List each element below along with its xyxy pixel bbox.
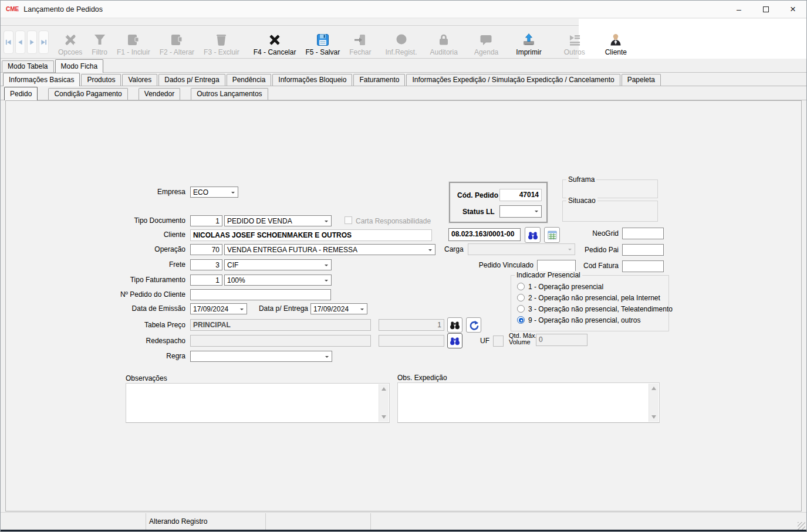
outros-label: Outros <box>564 48 585 56</box>
carta-responsabilidade-checkbox[interactable] <box>345 216 352 224</box>
tab-papeleta[interactable]: Papeleta <box>622 74 661 86</box>
tab-informacoes-basicas[interactable]: Informações Basicas <box>3 73 80 86</box>
regra-label: Regra <box>68 352 185 360</box>
tipo-faturamento-label: Tipo Faturamento <box>68 276 185 284</box>
obs-expedicao-label: Obs. Expedição <box>397 374 447 382</box>
operacao-value: VENDA ENTREGA FUTURA - REMESSA <box>227 246 357 254</box>
operacao-label: Operação <box>68 245 185 253</box>
status-ll-select[interactable] <box>499 205 542 218</box>
tabela-preco-refresh-button[interactable] <box>466 317 481 333</box>
radio-nao-presencial-teleatendimento-label: 3 - Operação não presencial, Teleatendim… <box>528 305 673 313</box>
tab-vendedor[interactable]: Vendedor <box>139 88 180 100</box>
opcoes-label: Opcoes <box>58 48 82 56</box>
tab-informacoes-expedicao[interactable]: Informações Expedição / Simulação Expedi… <box>406 74 620 86</box>
cliente-search-button[interactable] <box>525 227 541 243</box>
scroll-down-icon[interactable] <box>649 412 659 422</box>
obs-expedicao-value <box>400 384 647 421</box>
resize-grip[interactable] <box>798 522 805 530</box>
operacao-code-field[interactable]: 70 <box>190 244 222 255</box>
tipo-faturamento-code-field[interactable]: 1 <box>190 275 222 286</box>
cod-fatura-field[interactable] <box>622 260 664 272</box>
indicador-presencial-label: Indicador Presencial <box>515 271 582 279</box>
empresa-select[interactable]: ECO <box>190 187 238 198</box>
agenda-button[interactable]: Agenda <box>470 32 503 56</box>
first-record-button[interactable] <box>4 31 13 54</box>
f5-salvar-button[interactable]: F5 - Salvar <box>300 32 345 56</box>
regra-select[interactable] <box>190 351 332 362</box>
radio-nao-presencial-teleatendimento[interactable] <box>517 305 525 313</box>
tab-pedido[interactable]: Pedido <box>4 87 38 100</box>
spreadsheet-icon <box>546 229 558 241</box>
qtd-max-volume-label: Qtd. Máx. Volume <box>509 333 537 345</box>
data-entrega-picker[interactable]: 17/09/2024 <box>310 303 367 314</box>
f2-alterar-button[interactable]: F2 - Alterar <box>155 32 199 56</box>
price-table-button[interactable] <box>544 227 560 243</box>
maximize-icon <box>763 6 769 12</box>
opcoes-button[interactable]: Opcoes <box>53 32 87 56</box>
cliente-button[interactable]: Cliente <box>600 32 632 56</box>
titlebar: CME Lançamento de Pedidos – × <box>1 1 806 18</box>
auditoria-button[interactable]: Auditoria <box>426 32 462 56</box>
frete-select[interactable]: CIF <box>224 259 332 270</box>
radio-nao-presencial-outros[interactable] <box>517 316 525 324</box>
maximize-button[interactable] <box>752 1 779 18</box>
tab-modo-tabela[interactable]: Modo Tabela <box>2 60 54 72</box>
filtro-button[interactable]: Filtro <box>87 32 112 56</box>
pedido-pai-label: Pedido Pai <box>560 246 619 254</box>
status-bar-divider <box>265 513 266 530</box>
obs-expedicao-textarea[interactable] <box>397 382 660 423</box>
num-pedido-cliente-field[interactable] <box>190 289 331 300</box>
imprimir-button[interactable]: Imprimir <box>511 32 546 56</box>
tab-informacoes-bloqueio[interactable]: Informações Bloqueio <box>272 74 352 86</box>
indicador-presencial-groupbox: Indicador Presencial 1 - Operação presen… <box>511 275 669 331</box>
pedido-pai-field[interactable] <box>622 244 664 256</box>
observacoes-value <box>129 385 377 421</box>
situacao-groupbox: Situacao <box>562 201 658 222</box>
last-record-button[interactable] <box>39 31 49 54</box>
tipo-documento-select[interactable]: PEDIDO DE VENDA <box>224 215 332 226</box>
close-button[interactable]: × <box>779 1 806 18</box>
tipo-documento-code-field[interactable]: 1 <box>190 215 222 226</box>
pedido-vinculado-label: Pedido Vinculado <box>440 261 534 269</box>
neogrid-field[interactable] <box>622 228 664 239</box>
cliente-field[interactable]: NICOLAAS JOSEF SCHOENMAKER E OUTROS <box>190 229 432 241</box>
scroll-up-icon[interactable] <box>649 384 659 393</box>
redespacho-search-button[interactable] <box>447 333 462 348</box>
f4-cancelar-button[interactable]: F4 - Cancelar <box>249 32 301 56</box>
scroll-down-icon[interactable] <box>379 412 389 422</box>
operacao-select[interactable]: VENDA ENTREGA FUTURA - REMESSA <box>224 244 435 255</box>
minimize-button[interactable]: – <box>725 1 752 18</box>
frete-code-field[interactable]: 3 <box>190 259 222 270</box>
observacoes-scrollbar[interactable] <box>379 384 389 422</box>
filtro-label: Filtro <box>92 48 107 56</box>
radio-nao-presencial-internet[interactable] <box>517 294 525 301</box>
f1-incluir-button[interactable]: F1 - Incluir <box>112 32 155 56</box>
window-bottom-edge <box>1 530 806 531</box>
tab-outros-lancamentos[interactable]: Outros Lançamentos <box>191 88 268 100</box>
cod-pedido-label: Cód. Pedido <box>457 191 498 199</box>
tab-pendencia[interactable]: Pendência <box>227 74 272 86</box>
previous-record-button[interactable] <box>15 31 25 54</box>
inf-regist-button[interactable]: Inf.Regist. <box>381 32 422 56</box>
fechar-button[interactable]: Fechar <box>345 32 376 56</box>
tab-produtos[interactable]: Produtos <box>81 74 121 86</box>
tab-dados-entrega[interactable]: Dados p/ Entrega <box>158 74 225 86</box>
status-bar: Alterando Registro <box>1 512 806 531</box>
record-circle-icon <box>394 32 409 48</box>
obs-expedicao-scrollbar[interactable] <box>649 384 659 422</box>
tabela-preco-search-button[interactable] <box>447 317 462 333</box>
next-record-button[interactable] <box>27 31 37 54</box>
scroll-up-icon[interactable] <box>379 384 389 394</box>
radio-operacao-presencial[interactable] <box>517 283 525 290</box>
tab-faturamento[interactable]: Faturamento <box>353 74 405 86</box>
cliente-documento-field[interactable]: 08.023.163/0001-00 <box>448 228 521 241</box>
observacoes-textarea[interactable] <box>126 383 390 423</box>
tabela-preco-field: PRINCIPAL <box>190 319 371 331</box>
tab-valores[interactable]: Valores <box>122 74 157 86</box>
sub-tab-bar: Pedido Condição Pagamento Vendedor Outro… <box>1 86 806 100</box>
tab-modo-ficha[interactable]: Modo Ficha <box>55 59 104 73</box>
tipo-faturamento-select[interactable]: 100% <box>224 275 332 286</box>
outros-button[interactable]: Outros <box>559 32 590 56</box>
f3-excluir-button[interactable]: F3 - Excluir <box>199 32 244 56</box>
tab-condicao-pagamento[interactable]: Condição Pagamento <box>48 88 127 100</box>
